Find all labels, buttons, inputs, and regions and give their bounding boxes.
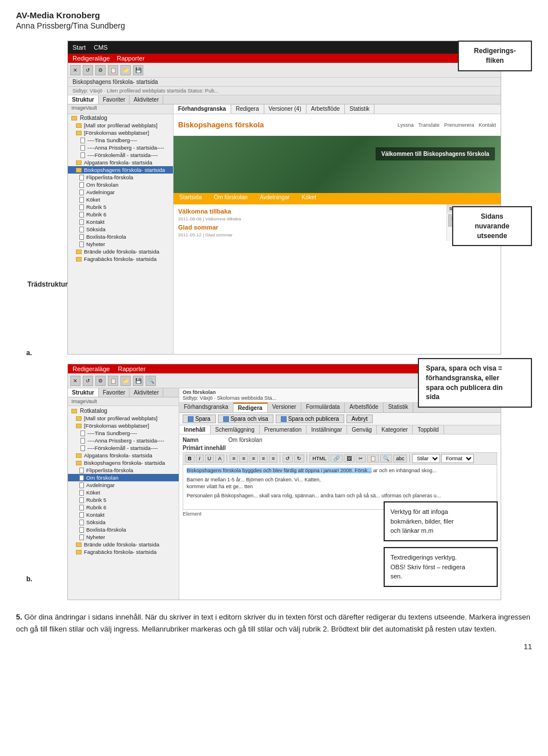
rte-list-ul[interactable]: ≡ <box>259 455 268 463</box>
rte-underline[interactable]: U <box>205 455 215 463</box>
bottom-redigera-mode[interactable]: Redigeraläge <box>72 365 110 372</box>
btn-spara[interactable]: Spara <box>183 415 216 423</box>
tree-alpgatan[interactable]: Alpgatans förskola- startsida <box>68 159 173 166</box>
tree-mall[interactable]: [Mall stor profilerad webbplats] <box>68 122 173 129</box>
b-tree-forskolemall[interactable]: ----Förskolemåll - startsida---- <box>68 444 179 452</box>
tree-boxlista[interactable]: Boxlista-förskola <box>68 233 173 240</box>
ct-tab-innehall[interactable]: Innehåll <box>179 425 211 434</box>
bottom-icon-1[interactable]: ✕ <box>70 376 80 386</box>
rte-stilar-dropdown[interactable]: Stilar <box>412 454 440 463</box>
arbetsflode-tab[interactable]: Arbetsflöde <box>307 104 345 114</box>
tree-koket[interactable]: Köket <box>68 196 173 203</box>
nav-omforskolan[interactable]: Om förskolan <box>208 193 253 204</box>
ct-tab-installningar[interactable]: Inställningar <box>307 425 347 434</box>
toolbar-cms[interactable]: CMS <box>94 44 107 51</box>
b-tree-nyheter[interactable]: Nyheter <box>68 533 179 541</box>
ver-tab-formulardata[interactable]: Formulärdata <box>301 403 345 412</box>
ver-tab-arbetsflode[interactable]: Arbetsflöde <box>345 403 384 412</box>
tree-brande[interactable]: Brände udde förskola- startsida <box>68 248 173 255</box>
sidebar-tab-favoriter-b[interactable]: Favoriter <box>99 388 130 397</box>
rte-paste[interactable]: 📋 <box>367 455 379 463</box>
b-tree-soksida[interactable]: Söksida <box>68 518 179 526</box>
toolbar-icon-1[interactable]: ✕ <box>70 65 80 75</box>
rte-search[interactable]: 🔍 <box>380 455 392 463</box>
b-tree-anna[interactable]: ----Anna Prissberg - startsida---- <box>68 437 179 444</box>
tree-soksida[interactable]: Söksida <box>68 226 173 233</box>
ct-tab-prenumeration[interactable]: Prenumeration <box>260 425 307 434</box>
rte-align-right[interactable]: ≡ <box>249 455 258 463</box>
rte-undo[interactable]: ↺ <box>283 455 293 463</box>
b-tree-flipperlista[interactable]: Flipperlista-förskola <box>68 467 179 474</box>
sidebar-tab-favoriter[interactable]: Favoriter <box>99 95 130 104</box>
btn-avbryt[interactable]: Avbryt <box>346 415 373 423</box>
rte-italic[interactable]: I <box>196 455 204 463</box>
b-tree-biskopshagen[interactable]: Biskopshagens förskola- startsida <box>68 459 179 467</box>
toolbar-icon-2[interactable]: ↺ <box>83 65 93 75</box>
tree-fagrabacks[interactable]: Fagrabäcks förskola- startsida <box>68 255 173 263</box>
b-tree-rubrik6[interactable]: Rubrik 6 <box>68 504 179 511</box>
rte-redo[interactable]: ↻ <box>294 455 304 463</box>
tree-nyheter[interactable]: Nyheter <box>68 240 173 248</box>
tree-root-top[interactable]: Rotkatalog <box>68 114 173 122</box>
b-tree-omforskolan[interactable]: Om förskolan <box>68 474 179 481</box>
ct-tab-kategorier[interactable]: Kategorier <box>377 425 413 434</box>
rte-list-ol[interactable]: ≡ <box>269 455 277 463</box>
toolbar-icon-3[interactable]: ⚙ <box>95 65 106 75</box>
tree-root-bottom[interactable]: Rotkatalog <box>68 407 179 415</box>
bottom-icon-2[interactable]: ↺ <box>83 376 93 386</box>
tree-rubrik6[interactable]: Rubrik 6 <box>68 211 173 218</box>
rte-link[interactable]: 🔗 <box>331 455 342 463</box>
redigera-tab[interactable]: Redigera <box>231 104 264 114</box>
redigera-mode[interactable]: Redigeraläge <box>72 55 110 62</box>
btn-spara-visa[interactable]: Spara och visa <box>218 415 273 423</box>
link-kontakt[interactable]: Kontakt <box>478 122 496 128</box>
rapporter-btn[interactable]: Rapporter <box>116 55 144 62</box>
b-tree-boxlista[interactable]: Boxlista-förskola <box>68 526 179 533</box>
preview-tab[interactable]: Förhandsgranska <box>174 104 231 114</box>
toolbar-icon-5[interactable]: 📁 <box>120 65 131 75</box>
tree-forskolornas[interactable]: [Förskolornas webbplatser] <box>68 129 173 136</box>
toolbar-icon-6[interactable]: 💾 <box>133 65 143 75</box>
nav-startsida[interactable]: Startsida <box>174 193 207 204</box>
btn-spara-publicera[interactable]: Spara och publicera <box>276 415 344 423</box>
rte-cut[interactable]: ✂ <box>356 455 366 463</box>
tree-omforskolan[interactable]: Om förskolan <box>68 181 173 188</box>
tree-forskolemall[interactable]: ----Förskolemåll - startsida---- <box>68 151 173 159</box>
rte-image[interactable]: 🖼 <box>344 455 354 463</box>
ct-tab-schemlaggning[interactable]: Schemläggning <box>211 425 260 434</box>
b-tree-alpgatan[interactable]: Alpgatans förskola- startsida <box>68 452 179 459</box>
ver-tab-forhandsgranska[interactable]: Förhandsgranska <box>179 403 233 412</box>
b-tree-mall[interactable]: [Mall stor profilerad webbplats] <box>68 415 179 422</box>
b-tree-fagrabacks[interactable]: Fagrabäcks förskola- startsida <box>68 548 179 556</box>
tree-biskopshagen[interactable]: Biskopshagens förskola- startsida <box>68 166 173 174</box>
b-tree-tina[interactable]: ----Tina Sundberg---- <box>68 429 179 437</box>
rte-align-center[interactable]: ≡ <box>239 455 248 463</box>
tree-anna[interactable]: ----Anna Prissberg - startsida---- <box>68 144 173 151</box>
field-value-namn[interactable]: Om förskolan <box>228 437 262 443</box>
bottom-rapporter[interactable]: Rapporter <box>118 365 146 372</box>
sidebar-tab-aktiviteter-b[interactable]: Aktiviteter <box>130 388 163 397</box>
link-translate[interactable]: Translate <box>418 122 440 128</box>
rte-format-dropdown[interactable]: Format <box>441 454 474 463</box>
link-prenumerera[interactable]: Prenumerera <box>444 122 474 128</box>
bottom-icon-4[interactable]: 📋 <box>108 376 118 386</box>
tree-tina[interactable]: ----Tina Sundberg---- <box>68 136 173 144</box>
bottom-icon-6[interactable]: 💾 <box>133 376 143 386</box>
rte-align-left[interactable]: ≡ <box>229 455 238 463</box>
rte-bold[interactable]: B <box>185 455 195 463</box>
ct-tab-genvag[interactable]: Genväg <box>347 425 377 434</box>
b-tree-brande[interactable]: Brände udde förskola- startsida <box>68 541 179 548</box>
bottom-icon-3[interactable]: ⚙ <box>95 376 106 386</box>
tree-rubrik5[interactable]: Rubrik 5 <box>68 203 173 211</box>
rte-color[interactable]: A <box>215 455 224 463</box>
sidebar-tab-struktur-b[interactable]: Struktur <box>68 388 99 397</box>
toolbar-icon-4[interactable]: 📋 <box>108 65 118 75</box>
sidebar-tab-struktur[interactable]: Struktur <box>68 95 99 104</box>
sidebar-tab-aktiviteter[interactable]: Aktiviteter <box>130 95 163 104</box>
b-tree-forskolornas[interactable]: [Förskolornas webbplatser] <box>68 422 179 429</box>
versioner-tab[interactable]: Versioner (4) <box>264 104 307 114</box>
b-tree-rubrik5[interactable]: Rubrik 5 <box>68 496 179 504</box>
bottom-icon-5[interactable]: 📁 <box>120 376 131 386</box>
b-tree-avdelningar[interactable]: Avdelningar <box>68 481 179 489</box>
tree-kontakt[interactable]: Kontakt <box>68 218 173 226</box>
